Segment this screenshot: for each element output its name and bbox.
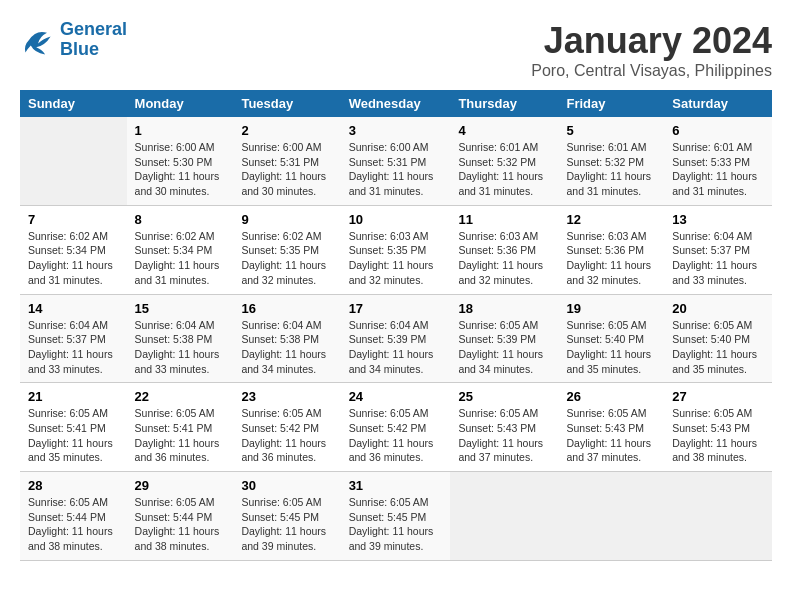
day-info: Sunrise: 6:04 AMSunset: 5:38 PMDaylight:…: [241, 318, 332, 377]
calendar-cell: 17Sunrise: 6:04 AMSunset: 5:39 PMDayligh…: [341, 294, 451, 383]
day-number: 3: [349, 123, 443, 138]
day-number: 22: [135, 389, 226, 404]
day-info: Sunrise: 6:04 AMSunset: 5:38 PMDaylight:…: [135, 318, 226, 377]
header-wednesday: Wednesday: [341, 90, 451, 117]
day-number: 11: [458, 212, 550, 227]
day-info: Sunrise: 6:02 AMSunset: 5:34 PMDaylight:…: [28, 229, 119, 288]
day-info: Sunrise: 6:01 AMSunset: 5:33 PMDaylight:…: [672, 140, 764, 199]
calendar-cell: 16Sunrise: 6:04 AMSunset: 5:38 PMDayligh…: [233, 294, 340, 383]
day-info: Sunrise: 6:05 AMSunset: 5:44 PMDaylight:…: [135, 495, 226, 554]
calendar-row: 14Sunrise: 6:04 AMSunset: 5:37 PMDayligh…: [20, 294, 772, 383]
day-number: 18: [458, 301, 550, 316]
day-info: Sunrise: 6:05 AMSunset: 5:40 PMDaylight:…: [672, 318, 764, 377]
day-info: Sunrise: 6:03 AMSunset: 5:35 PMDaylight:…: [349, 229, 443, 288]
calendar-cell: 30Sunrise: 6:05 AMSunset: 5:45 PMDayligh…: [233, 472, 340, 561]
calendar-cell: 3Sunrise: 6:00 AMSunset: 5:31 PMDaylight…: [341, 117, 451, 205]
day-info: Sunrise: 6:01 AMSunset: 5:32 PMDaylight:…: [458, 140, 550, 199]
day-info: Sunrise: 6:05 AMSunset: 5:42 PMDaylight:…: [241, 406, 332, 465]
page-header: General Blue January 2024 Poro, Central …: [20, 20, 772, 80]
day-info: Sunrise: 6:05 AMSunset: 5:43 PMDaylight:…: [672, 406, 764, 465]
calendar-cell: 27Sunrise: 6:05 AMSunset: 5:43 PMDayligh…: [664, 383, 772, 472]
calendar-cell: [664, 472, 772, 561]
header-thursday: Thursday: [450, 90, 558, 117]
calendar-cell: 26Sunrise: 6:05 AMSunset: 5:43 PMDayligh…: [558, 383, 664, 472]
month-title: January 2024: [531, 20, 772, 62]
calendar-cell: 15Sunrise: 6:04 AMSunset: 5:38 PMDayligh…: [127, 294, 234, 383]
logo-text-line1: General: [60, 20, 127, 40]
calendar-cell: 9Sunrise: 6:02 AMSunset: 5:35 PMDaylight…: [233, 205, 340, 294]
day-number: 9: [241, 212, 332, 227]
weekday-header-row: Sunday Monday Tuesday Wednesday Thursday…: [20, 90, 772, 117]
calendar-cell: 19Sunrise: 6:05 AMSunset: 5:40 PMDayligh…: [558, 294, 664, 383]
calendar-row: 7Sunrise: 6:02 AMSunset: 5:34 PMDaylight…: [20, 205, 772, 294]
day-number: 6: [672, 123, 764, 138]
calendar-row: 1Sunrise: 6:00 AMSunset: 5:30 PMDaylight…: [20, 117, 772, 205]
day-number: 2: [241, 123, 332, 138]
calendar-table: Sunday Monday Tuesday Wednesday Thursday…: [20, 90, 772, 561]
day-number: 12: [566, 212, 656, 227]
header-saturday: Saturday: [664, 90, 772, 117]
calendar-cell: 4Sunrise: 6:01 AMSunset: 5:32 PMDaylight…: [450, 117, 558, 205]
day-number: 4: [458, 123, 550, 138]
calendar-cell: 6Sunrise: 6:01 AMSunset: 5:33 PMDaylight…: [664, 117, 772, 205]
logo: General Blue: [20, 20, 127, 60]
location-text: Poro, Central Visayas, Philippines: [531, 62, 772, 80]
day-number: 28: [28, 478, 119, 493]
day-number: 20: [672, 301, 764, 316]
day-info: Sunrise: 6:03 AMSunset: 5:36 PMDaylight:…: [566, 229, 656, 288]
day-number: 14: [28, 301, 119, 316]
day-info: Sunrise: 6:00 AMSunset: 5:30 PMDaylight:…: [135, 140, 226, 199]
day-number: 15: [135, 301, 226, 316]
calendar-cell: 11Sunrise: 6:03 AMSunset: 5:36 PMDayligh…: [450, 205, 558, 294]
header-friday: Friday: [558, 90, 664, 117]
calendar-cell: [20, 117, 127, 205]
day-info: Sunrise: 6:00 AMSunset: 5:31 PMDaylight:…: [241, 140, 332, 199]
calendar-cell: 22Sunrise: 6:05 AMSunset: 5:41 PMDayligh…: [127, 383, 234, 472]
calendar-cell: 18Sunrise: 6:05 AMSunset: 5:39 PMDayligh…: [450, 294, 558, 383]
calendar-cell: 20Sunrise: 6:05 AMSunset: 5:40 PMDayligh…: [664, 294, 772, 383]
day-number: 21: [28, 389, 119, 404]
calendar-cell: 24Sunrise: 6:05 AMSunset: 5:42 PMDayligh…: [341, 383, 451, 472]
day-info: Sunrise: 6:05 AMSunset: 5:41 PMDaylight:…: [28, 406, 119, 465]
calendar-cell: 23Sunrise: 6:05 AMSunset: 5:42 PMDayligh…: [233, 383, 340, 472]
header-sunday: Sunday: [20, 90, 127, 117]
logo-text-line2: Blue: [60, 40, 127, 60]
day-info: Sunrise: 6:05 AMSunset: 5:39 PMDaylight:…: [458, 318, 550, 377]
day-number: 24: [349, 389, 443, 404]
day-info: Sunrise: 6:05 AMSunset: 5:45 PMDaylight:…: [241, 495, 332, 554]
day-info: Sunrise: 6:05 AMSunset: 5:41 PMDaylight:…: [135, 406, 226, 465]
day-number: 17: [349, 301, 443, 316]
calendar-cell: 14Sunrise: 6:04 AMSunset: 5:37 PMDayligh…: [20, 294, 127, 383]
day-number: 31: [349, 478, 443, 493]
calendar-cell: 12Sunrise: 6:03 AMSunset: 5:36 PMDayligh…: [558, 205, 664, 294]
day-info: Sunrise: 6:05 AMSunset: 5:43 PMDaylight:…: [458, 406, 550, 465]
day-info: Sunrise: 6:03 AMSunset: 5:36 PMDaylight:…: [458, 229, 550, 288]
day-info: Sunrise: 6:04 AMSunset: 5:37 PMDaylight:…: [28, 318, 119, 377]
day-number: 26: [566, 389, 656, 404]
day-info: Sunrise: 6:04 AMSunset: 5:37 PMDaylight:…: [672, 229, 764, 288]
calendar-cell: 7Sunrise: 6:02 AMSunset: 5:34 PMDaylight…: [20, 205, 127, 294]
day-number: 23: [241, 389, 332, 404]
calendar-cell: 13Sunrise: 6:04 AMSunset: 5:37 PMDayligh…: [664, 205, 772, 294]
logo-icon: [20, 22, 56, 58]
calendar-cell: 31Sunrise: 6:05 AMSunset: 5:45 PMDayligh…: [341, 472, 451, 561]
day-info: Sunrise: 6:00 AMSunset: 5:31 PMDaylight:…: [349, 140, 443, 199]
day-number: 30: [241, 478, 332, 493]
calendar-row: 21Sunrise: 6:05 AMSunset: 5:41 PMDayligh…: [20, 383, 772, 472]
header-monday: Monday: [127, 90, 234, 117]
day-number: 10: [349, 212, 443, 227]
day-info: Sunrise: 6:01 AMSunset: 5:32 PMDaylight:…: [566, 140, 656, 199]
calendar-cell: 5Sunrise: 6:01 AMSunset: 5:32 PMDaylight…: [558, 117, 664, 205]
day-number: 5: [566, 123, 656, 138]
header-tuesday: Tuesday: [233, 90, 340, 117]
day-number: 29: [135, 478, 226, 493]
calendar-cell: 25Sunrise: 6:05 AMSunset: 5:43 PMDayligh…: [450, 383, 558, 472]
day-info: Sunrise: 6:05 AMSunset: 5:45 PMDaylight:…: [349, 495, 443, 554]
day-info: Sunrise: 6:02 AMSunset: 5:34 PMDaylight:…: [135, 229, 226, 288]
day-info: Sunrise: 6:05 AMSunset: 5:40 PMDaylight:…: [566, 318, 656, 377]
calendar-cell: 1Sunrise: 6:00 AMSunset: 5:30 PMDaylight…: [127, 117, 234, 205]
day-number: 27: [672, 389, 764, 404]
calendar-cell: 2Sunrise: 6:00 AMSunset: 5:31 PMDaylight…: [233, 117, 340, 205]
calendar-cell: 21Sunrise: 6:05 AMSunset: 5:41 PMDayligh…: [20, 383, 127, 472]
day-info: Sunrise: 6:04 AMSunset: 5:39 PMDaylight:…: [349, 318, 443, 377]
